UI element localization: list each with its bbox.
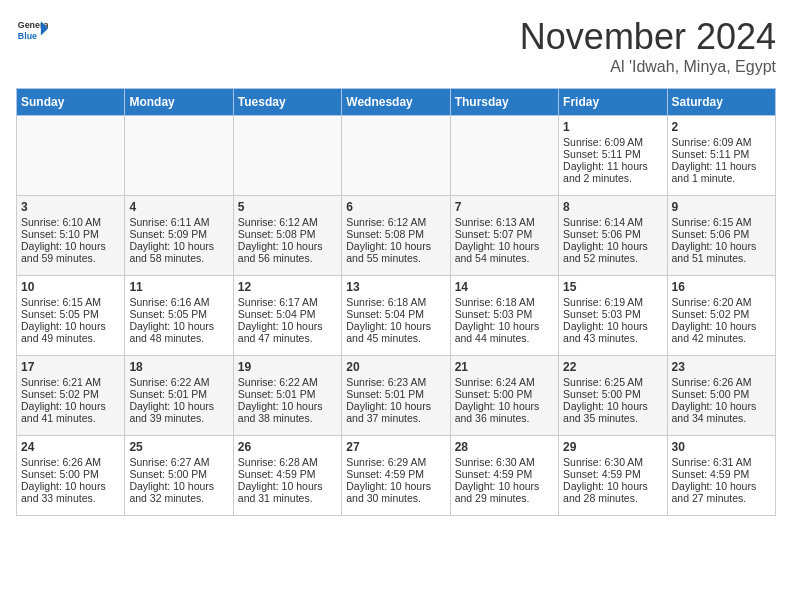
calendar-cell: 26Sunrise: 6:28 AMSunset: 4:59 PMDayligh… (233, 436, 341, 516)
calendar-cell: 21Sunrise: 6:24 AMSunset: 5:00 PMDayligh… (450, 356, 558, 436)
day-number: 3 (21, 200, 120, 214)
cell-info: Sunrise: 6:23 AM (346, 376, 445, 388)
cell-info: Sunset: 4:59 PM (563, 468, 662, 480)
cell-info: Daylight: 10 hours and 56 minutes. (238, 240, 337, 264)
cell-info: Sunset: 5:11 PM (672, 148, 771, 160)
cell-info: Sunrise: 6:18 AM (455, 296, 554, 308)
cell-info: Sunrise: 6:12 AM (346, 216, 445, 228)
cell-info: Sunrise: 6:14 AM (563, 216, 662, 228)
cell-info: Sunrise: 6:15 AM (672, 216, 771, 228)
cell-info: Daylight: 10 hours and 48 minutes. (129, 320, 228, 344)
cell-info: Sunrise: 6:30 AM (455, 456, 554, 468)
calendar-cell: 6Sunrise: 6:12 AMSunset: 5:08 PMDaylight… (342, 196, 450, 276)
cell-info: Daylight: 10 hours and 35 minutes. (563, 400, 662, 424)
calendar-cell: 29Sunrise: 6:30 AMSunset: 4:59 PMDayligh… (559, 436, 667, 516)
cell-info: Sunset: 5:09 PM (129, 228, 228, 240)
cell-info: Sunrise: 6:16 AM (129, 296, 228, 308)
cell-info: Daylight: 10 hours and 42 minutes. (672, 320, 771, 344)
calendar-header-tuesday: Tuesday (233, 89, 341, 116)
calendar-cell: 18Sunrise: 6:22 AMSunset: 5:01 PMDayligh… (125, 356, 233, 436)
calendar-header-sunday: Sunday (17, 89, 125, 116)
logo: General Blue (16, 16, 48, 48)
calendar-cell: 27Sunrise: 6:29 AMSunset: 4:59 PMDayligh… (342, 436, 450, 516)
cell-info: Sunset: 4:59 PM (238, 468, 337, 480)
day-number: 12 (238, 280, 337, 294)
cell-info: Sunset: 5:01 PM (346, 388, 445, 400)
cell-info: Sunset: 5:00 PM (455, 388, 554, 400)
cell-info: Daylight: 10 hours and 31 minutes. (238, 480, 337, 504)
calendar-cell: 11Sunrise: 6:16 AMSunset: 5:05 PMDayligh… (125, 276, 233, 356)
cell-info: Daylight: 10 hours and 49 minutes. (21, 320, 120, 344)
logo-icon: General Blue (16, 16, 48, 48)
cell-info: Sunset: 5:01 PM (238, 388, 337, 400)
calendar-cell: 14Sunrise: 6:18 AMSunset: 5:03 PMDayligh… (450, 276, 558, 356)
cell-info: Daylight: 10 hours and 59 minutes. (21, 240, 120, 264)
cell-info: Daylight: 10 hours and 58 minutes. (129, 240, 228, 264)
cell-info: Sunrise: 6:11 AM (129, 216, 228, 228)
cell-info: Daylight: 10 hours and 47 minutes. (238, 320, 337, 344)
calendar-header-row: SundayMondayTuesdayWednesdayThursdayFrid… (17, 89, 776, 116)
cell-info: Daylight: 10 hours and 34 minutes. (672, 400, 771, 424)
calendar-cell: 13Sunrise: 6:18 AMSunset: 5:04 PMDayligh… (342, 276, 450, 356)
day-number: 1 (563, 120, 662, 134)
cell-info: Sunset: 5:11 PM (563, 148, 662, 160)
cell-info: Daylight: 10 hours and 29 minutes. (455, 480, 554, 504)
calendar-cell (450, 116, 558, 196)
calendar-table: SundayMondayTuesdayWednesdayThursdayFrid… (16, 88, 776, 516)
cell-info: Daylight: 10 hours and 54 minutes. (455, 240, 554, 264)
cell-info: Daylight: 11 hours and 2 minutes. (563, 160, 662, 184)
month-title: November 2024 (520, 16, 776, 58)
cell-info: Sunrise: 6:21 AM (21, 376, 120, 388)
cell-info: Sunset: 5:01 PM (129, 388, 228, 400)
cell-info: Daylight: 10 hours and 39 minutes. (129, 400, 228, 424)
cell-info: Sunset: 5:04 PM (346, 308, 445, 320)
day-number: 9 (672, 200, 771, 214)
svg-text:Blue: Blue (18, 31, 37, 41)
cell-info: Sunrise: 6:31 AM (672, 456, 771, 468)
cell-info: Sunrise: 6:09 AM (672, 136, 771, 148)
calendar-cell: 5Sunrise: 6:12 AMSunset: 5:08 PMDaylight… (233, 196, 341, 276)
day-number: 30 (672, 440, 771, 454)
day-number: 22 (563, 360, 662, 374)
calendar-week-3: 10Sunrise: 6:15 AMSunset: 5:05 PMDayligh… (17, 276, 776, 356)
calendar-cell: 30Sunrise: 6:31 AMSunset: 4:59 PMDayligh… (667, 436, 775, 516)
day-number: 21 (455, 360, 554, 374)
calendar-cell (17, 116, 125, 196)
calendar-cell: 12Sunrise: 6:17 AMSunset: 5:04 PMDayligh… (233, 276, 341, 356)
cell-info: Sunset: 5:06 PM (672, 228, 771, 240)
calendar-week-1: 1Sunrise: 6:09 AMSunset: 5:11 PMDaylight… (17, 116, 776, 196)
cell-info: Sunrise: 6:12 AM (238, 216, 337, 228)
day-number: 13 (346, 280, 445, 294)
calendar-cell (125, 116, 233, 196)
day-number: 7 (455, 200, 554, 214)
cell-info: Daylight: 10 hours and 30 minutes. (346, 480, 445, 504)
cell-info: Daylight: 10 hours and 52 minutes. (563, 240, 662, 264)
calendar-header-monday: Monday (125, 89, 233, 116)
cell-info: Daylight: 10 hours and 55 minutes. (346, 240, 445, 264)
cell-info: Daylight: 10 hours and 36 minutes. (455, 400, 554, 424)
day-number: 17 (21, 360, 120, 374)
cell-info: Daylight: 11 hours and 1 minute. (672, 160, 771, 184)
day-number: 14 (455, 280, 554, 294)
cell-info: Sunset: 5:06 PM (563, 228, 662, 240)
day-number: 25 (129, 440, 228, 454)
page-header: General Blue November 2024 Al 'Idwah, Mi… (16, 16, 776, 76)
cell-info: Daylight: 10 hours and 51 minutes. (672, 240, 771, 264)
calendar-body: 1Sunrise: 6:09 AMSunset: 5:11 PMDaylight… (17, 116, 776, 516)
cell-info: Sunrise: 6:26 AM (672, 376, 771, 388)
calendar-cell: 23Sunrise: 6:26 AMSunset: 5:00 PMDayligh… (667, 356, 775, 436)
cell-info: Sunrise: 6:26 AM (21, 456, 120, 468)
cell-info: Sunset: 4:59 PM (455, 468, 554, 480)
cell-info: Sunrise: 6:13 AM (455, 216, 554, 228)
cell-info: Daylight: 10 hours and 33 minutes. (21, 480, 120, 504)
calendar-cell: 7Sunrise: 6:13 AMSunset: 5:07 PMDaylight… (450, 196, 558, 276)
calendar-cell: 2Sunrise: 6:09 AMSunset: 5:11 PMDaylight… (667, 116, 775, 196)
day-number: 24 (21, 440, 120, 454)
cell-info: Daylight: 10 hours and 32 minutes. (129, 480, 228, 504)
cell-info: Sunset: 5:04 PM (238, 308, 337, 320)
calendar-cell: 24Sunrise: 6:26 AMSunset: 5:00 PMDayligh… (17, 436, 125, 516)
cell-info: Sunset: 5:07 PM (455, 228, 554, 240)
day-number: 15 (563, 280, 662, 294)
day-number: 20 (346, 360, 445, 374)
calendar-week-5: 24Sunrise: 6:26 AMSunset: 5:00 PMDayligh… (17, 436, 776, 516)
